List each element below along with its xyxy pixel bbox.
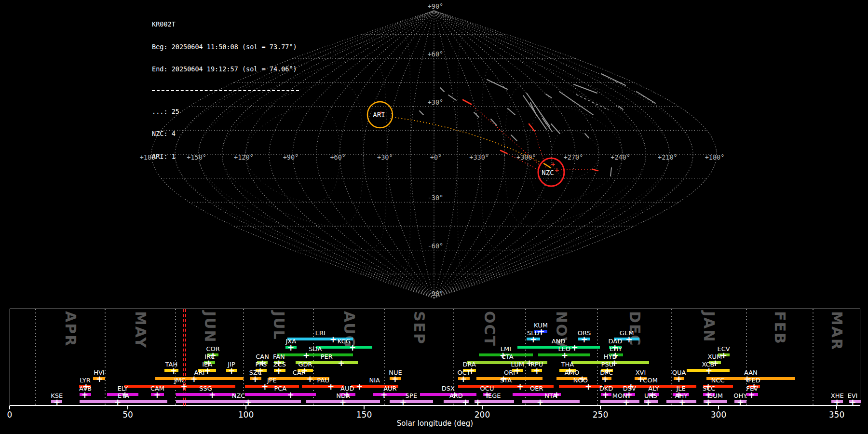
peak-marker-eta: + <box>114 400 121 405</box>
shower-label-noo: NOO <box>564 377 597 383</box>
peak-marker-ahy: + <box>679 400 686 405</box>
peak-marker-spe: + <box>400 400 407 405</box>
x-tick-200 <box>482 406 483 409</box>
peak-marker-aur: + <box>380 393 387 397</box>
x-tick-150 <box>364 406 365 409</box>
peak-marker-jip: + <box>228 368 235 373</box>
x-tick-label-150: 150 <box>350 410 379 420</box>
shower-label-com: COM <box>634 377 667 383</box>
activity-timeline-chart: Solar longitude (deg) APRMAYJUNJULAUGSEP… <box>0 0 868 434</box>
radiant-map-screen: +180°+150°+120°+90°+60°+30°+0°+330°+300°… <box>0 0 868 434</box>
peak-marker-per: + <box>338 361 344 366</box>
peak-marker-xcb: + <box>705 368 712 373</box>
shower-label-ari: ARI <box>182 369 216 376</box>
shower-label-pau: PAU <box>306 377 340 383</box>
peak-marker-zcs: + <box>275 368 282 373</box>
x-tick-300 <box>718 406 719 409</box>
shower-bar-pca <box>245 393 316 396</box>
peak-marker-nzc: + <box>244 400 251 405</box>
shower-bar-spe <box>390 400 433 403</box>
shower-label-nia: NIA <box>358 377 392 383</box>
shower-label-oer: OER <box>520 385 554 392</box>
shower-label-aan: AAN <box>734 369 768 376</box>
shower-label-ege: EGE <box>477 393 511 399</box>
shower-label-eta: ETA <box>107 393 140 399</box>
shower-label-aur: AUR <box>373 385 407 392</box>
x-tick-label-50: 50 <box>113 410 142 420</box>
peak-marker-evi: + <box>849 400 856 405</box>
peak-marker-kcg: + <box>349 345 356 350</box>
shower-label-ssg: SSG <box>189 385 222 392</box>
peak-marker-gum: + <box>705 400 711 405</box>
peak-marker-xhe: + <box>833 400 840 405</box>
shower-label-jmc: JMC <box>163 377 197 383</box>
month-label-jun: JUN <box>202 311 218 343</box>
month-label-jul: JUL <box>271 311 287 340</box>
month-label-mar: MAR <box>828 311 845 351</box>
month-label-jan: JAN <box>701 311 718 343</box>
x-tick-label-250: 250 <box>586 410 615 420</box>
month-label-may: MAY <box>132 311 149 349</box>
month-gridline-apr <box>35 309 36 406</box>
shower-bar-nta <box>522 400 580 403</box>
peak-marker-cam: + <box>154 393 161 397</box>
peak-marker-sld: + <box>530 337 537 342</box>
x-tick-label-350: 350 <box>822 410 851 420</box>
shower-bar-mon <box>600 400 639 403</box>
x-tick-label-0: 0 <box>0 410 24 420</box>
peak-marker-qua: + <box>676 377 682 381</box>
peak-marker-ohy: + <box>737 400 744 405</box>
month-gridline-jul <box>243 309 244 406</box>
x-tick-100 <box>245 406 246 409</box>
peak-marker-nda: + <box>339 400 346 405</box>
x-tick-label-300: 300 <box>704 410 733 420</box>
peak-marker-sda: + <box>303 353 310 358</box>
peak-marker-nue: + <box>392 377 398 381</box>
shower-label-jpe: JPE <box>255 377 289 383</box>
month-gridline-mar <box>813 309 814 406</box>
shower-label-mon: MON <box>603 393 637 399</box>
x-tick-label-100: 100 <box>231 410 260 420</box>
peak-marker-avb: + <box>81 393 88 397</box>
peak-marker-urs: + <box>645 400 651 405</box>
shower-label-cta: CTA <box>490 353 524 360</box>
peak-marker-ege: + <box>475 400 481 405</box>
shower-label-dsx: DSX <box>431 385 465 392</box>
peak-marker-jxa: + <box>287 345 294 350</box>
month-gridline-jun <box>175 309 176 406</box>
peak-marker-kse: + <box>54 400 60 405</box>
peak-marker-ors: + <box>581 337 587 342</box>
month-label-apr: APR <box>62 311 79 347</box>
month-label-feb: FEB <box>772 311 788 345</box>
x-tick-250 <box>600 406 601 409</box>
peak-marker-ard: + <box>462 400 469 405</box>
x-tick-0 <box>9 406 10 409</box>
x-tick-350 <box>836 406 837 409</box>
peak-marker-ssg: + <box>209 393 216 397</box>
peak-marker-jmc: + <box>181 384 188 389</box>
month-label-sep: SEP <box>411 311 428 345</box>
peak-marker-mon: + <box>623 400 629 405</box>
peak-marker-dpc: + <box>602 377 609 381</box>
shower-label-and: AND <box>542 338 575 344</box>
shower-bar-nzc <box>176 400 301 403</box>
peak-marker-tah: + <box>170 368 177 373</box>
peak-marker-nta: + <box>537 400 543 405</box>
x-axis-title: Solar longitude (deg) <box>377 419 493 428</box>
peak-marker-rpu: + <box>533 368 540 373</box>
peak-marker-pca: + <box>287 393 294 397</box>
peak-marker-oct: + <box>460 377 467 381</box>
peak-marker-leo: + <box>561 353 568 358</box>
shower-label-ori: ORI <box>493 369 527 376</box>
x-tick-50 <box>127 406 128 409</box>
shower-label-hyd: HYD <box>594 353 627 360</box>
shower-bar-eta <box>80 400 167 403</box>
x-tick-label-200: 200 <box>468 410 497 420</box>
month-label-oct: OCT <box>481 311 498 347</box>
